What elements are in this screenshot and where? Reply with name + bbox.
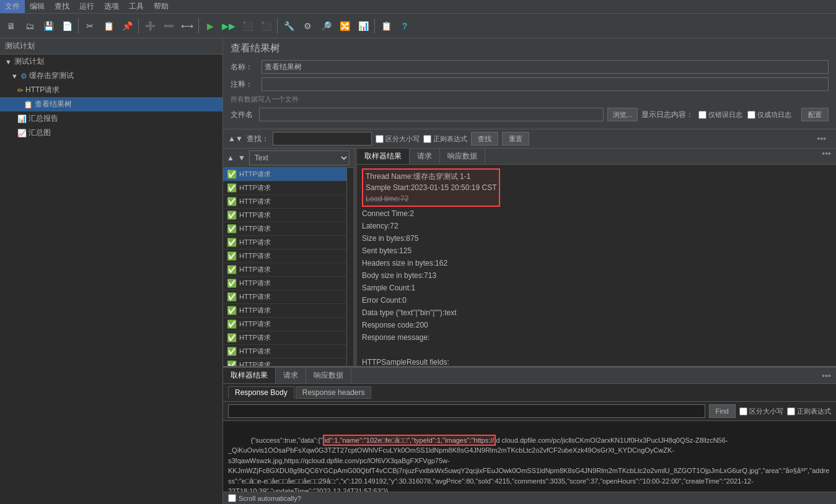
list-item[interactable]: ✅ HTTP请求 xyxy=(223,290,346,304)
error-log-checkbox[interactable]: 仅错误日志 xyxy=(698,110,742,119)
toolbar-cut[interactable]: ✂ xyxy=(81,17,99,35)
list-item[interactable]: ✅ HTTP请求 xyxy=(223,181,346,195)
form-note: 所有数据写入一个文件 xyxy=(231,95,829,104)
tab-request[interactable]: 请求 xyxy=(410,149,440,164)
success-log-check[interactable] xyxy=(747,111,755,119)
find-button[interactable]: Find xyxy=(709,404,736,418)
list-item[interactable]: ✅ HTTP请求 xyxy=(223,168,346,181)
toolbar-proxy[interactable]: 🔀 xyxy=(336,17,353,35)
latency-line: Latency:72 xyxy=(362,220,831,232)
response-headers-tab[interactable]: Response headers xyxy=(296,386,372,399)
name-input[interactable] xyxy=(262,60,829,74)
tree-item-http[interactable]: ✏ HTTP请求 xyxy=(0,83,222,97)
toolbar-run-all[interactable]: ▶▶ xyxy=(220,17,237,35)
tab-sampler-result[interactable]: 取样器结果 xyxy=(357,149,410,164)
req-label: HTTP请求 xyxy=(239,279,271,288)
tree-item-cache-test[interactable]: ▼ ⚙ 缓存击穿测试 xyxy=(0,69,222,83)
list-item[interactable]: ✅ HTTP请求 xyxy=(223,331,346,345)
menu-run[interactable]: 运行 xyxy=(74,0,99,13)
success-icon: ✅ xyxy=(227,306,237,315)
list-item[interactable]: ✅ HTTP请求 xyxy=(223,222,346,236)
menu-options[interactable]: 选项 xyxy=(99,0,124,13)
reset-button[interactable]: 重置 xyxy=(502,132,529,146)
comment-input[interactable] xyxy=(262,77,829,91)
find-case-check[interactable] xyxy=(739,407,747,415)
response-text-prefix: {"success":true,"data":{" xyxy=(251,437,323,444)
list-item[interactable]: ✅ HTTP请求 xyxy=(223,195,346,209)
success-icon: ✅ xyxy=(227,360,237,368)
toolbar-copy[interactable]: 📋 xyxy=(100,17,117,35)
find-input[interactable] xyxy=(228,404,705,418)
menu-edit[interactable]: 编辑 xyxy=(25,0,50,13)
toolbar-collapse[interactable]: ➖ xyxy=(160,17,177,35)
format-selector[interactable]: Text HTML JSON XML Regexp Tester xyxy=(249,150,350,165)
scroll-auto-check[interactable] xyxy=(228,494,236,502)
lower-tab-sampler[interactable]: 取样器结果 xyxy=(223,368,276,383)
toolbar-run[interactable]: ▶ xyxy=(201,17,219,35)
menu-find[interactable]: 查找 xyxy=(50,0,74,13)
toolbar-save-as[interactable]: 📄 xyxy=(58,17,76,35)
req-label: HTTP请求 xyxy=(239,347,271,356)
success-log-checkbox[interactable]: 仅成功日志 xyxy=(747,110,791,119)
search-input[interactable] xyxy=(273,132,372,146)
toolbar-open[interactable]: 🗂 xyxy=(21,17,38,35)
detail-more-btn[interactable]: ••• xyxy=(817,149,836,164)
toolbar-stop[interactable]: ⬛ xyxy=(239,17,256,35)
success-icon: ✅ xyxy=(227,292,237,302)
tree-item-summary[interactable]: 📊 汇总报告 xyxy=(0,111,222,126)
find-regex-check[interactable] xyxy=(787,407,795,415)
down-arrow-icon[interactable]: ▼ xyxy=(238,154,245,162)
list-item[interactable]: ✅ HTTP请求 xyxy=(223,263,346,277)
lower-more-btn[interactable]: ••• xyxy=(817,371,836,381)
file-input[interactable] xyxy=(259,108,604,121)
error-log-check[interactable] xyxy=(698,111,706,119)
list-item[interactable]: ✅ HTTP请求 xyxy=(223,236,346,250)
tab-response-data[interactable]: 响应数据 xyxy=(440,149,485,164)
lower-tab-response[interactable]: 响应数据 xyxy=(306,368,351,383)
find-case-wrap[interactable]: 区分大小写 xyxy=(739,407,783,416)
config-button[interactable]: 配置 xyxy=(801,108,829,121)
list-item[interactable]: ✅ HTTP请求 xyxy=(223,304,346,318)
case-sensitive-wrap[interactable]: 区分大小写 xyxy=(376,134,420,144)
regex-wrap[interactable]: 正则表达式 xyxy=(423,134,467,144)
toolbar-stop2[interactable]: ⬛ xyxy=(257,17,275,35)
gear-icon: ⚙ xyxy=(20,72,27,80)
list-item[interactable]: ✅ HTTP请求 xyxy=(223,318,346,331)
sep3 xyxy=(198,19,199,33)
lower-tab-request[interactable]: 请求 xyxy=(276,368,306,383)
req-label: HTTP请求 xyxy=(239,360,271,368)
case-sensitive-check[interactable] xyxy=(376,135,384,143)
browse-button[interactable]: 浏览... xyxy=(607,108,638,121)
menu-tools[interactable]: 工具 xyxy=(124,0,149,13)
more-button[interactable]: ••• xyxy=(812,134,831,144)
list-item[interactable]: ✅ HTTP请求 xyxy=(223,209,346,222)
up-arrow-icon[interactable]: ▲ xyxy=(227,154,234,162)
find-regex-wrap[interactable]: 正则表达式 xyxy=(787,407,831,416)
toolbar-save[interactable]: 💾 xyxy=(40,17,57,35)
response-body-tab[interactable]: Response Body xyxy=(228,386,294,399)
find-button[interactable]: 查找 xyxy=(471,132,498,146)
list-item[interactable]: ✅ HTTP请求 xyxy=(223,358,346,368)
list-item[interactable]: ✅ HTTP请求 xyxy=(223,277,346,290)
tree-item-result[interactable]: 📋 查看结果树 xyxy=(0,97,222,111)
toolbar-debug[interactable]: 🔎 xyxy=(317,17,335,35)
tree-item-chart[interactable]: 📈 汇总图 xyxy=(0,126,222,140)
toolbar-paste[interactable]: 📌 xyxy=(118,17,136,35)
toolbar-new[interactable]: 🖥 xyxy=(2,17,20,35)
toolbar-help[interactable]: ? xyxy=(396,17,413,35)
list-item[interactable]: ✅ HTTP请求 xyxy=(223,250,346,263)
list-item[interactable]: ✅ HTTP请求 xyxy=(223,345,346,358)
toolbar-template[interactable]: 📊 xyxy=(354,17,372,35)
menu-help[interactable]: 帮助 xyxy=(149,0,174,13)
tree-item-test-plan[interactable]: ▼ 测试计划 xyxy=(0,54,222,69)
toolbar-toggle[interactable]: ⟷ xyxy=(178,17,196,35)
find-case-label: 区分大小写 xyxy=(749,407,783,416)
toolbar-settings[interactable]: ⚙ xyxy=(299,17,316,35)
toolbar-clear[interactable]: 🔧 xyxy=(280,17,297,35)
menu-file[interactable]: 文件 xyxy=(0,0,25,13)
toolbar-expand[interactable]: ➕ xyxy=(141,17,159,35)
thread-name-line: Thread Name:缓存击穿测试 1-1 xyxy=(366,172,470,181)
regex-check[interactable] xyxy=(423,135,431,143)
main-layout: 测试计划 ▼ 测试计划 ▼ ⚙ 缓存击穿测试 ✏ HTTP请求 📋 查看结果树 … xyxy=(0,38,836,504)
toolbar-list[interactable]: 📋 xyxy=(377,17,395,35)
